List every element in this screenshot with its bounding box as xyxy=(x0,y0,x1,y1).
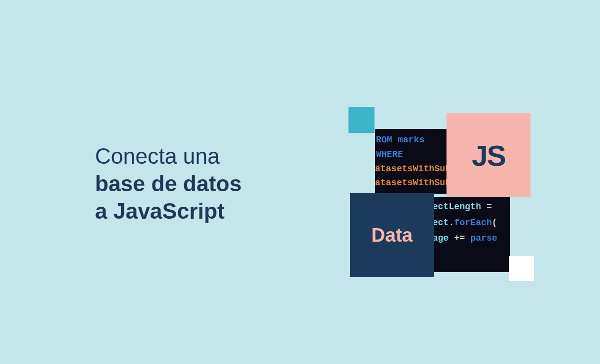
headline-line-2: base de datos xyxy=(95,170,242,197)
white-accent-square xyxy=(509,256,534,281)
js-badge-label: JS xyxy=(472,139,506,172)
code-line: ect.forEach( xyxy=(432,215,510,231)
code-line: atasetsWithSubje xyxy=(375,176,450,190)
headline-line-3: a JavaScript xyxy=(95,197,242,225)
code-line: ectLength = xyxy=(432,199,510,215)
code-line: atasetsWithSubj xyxy=(375,162,450,176)
code-line: ROM marks WHERE xyxy=(375,133,450,162)
headline-line-1: Conecta una xyxy=(95,142,242,170)
data-badge-label: Data xyxy=(372,225,412,246)
data-badge: Data xyxy=(350,193,434,277)
graphic-collage: ROM marks WHERE atasetsWithSubj atasetsW… xyxy=(325,100,535,290)
js-badge: JS xyxy=(446,113,530,197)
code-line: age += parse xyxy=(432,231,510,247)
code-snippet-sql: ROM marks WHERE atasetsWithSubj atasetsW… xyxy=(375,129,450,194)
code-snippet-js: ectLength = ect.forEach( age += parse xyxy=(432,197,510,272)
teal-accent-square xyxy=(348,107,374,133)
headline: Conecta una base de datos a JavaScript xyxy=(95,142,242,225)
